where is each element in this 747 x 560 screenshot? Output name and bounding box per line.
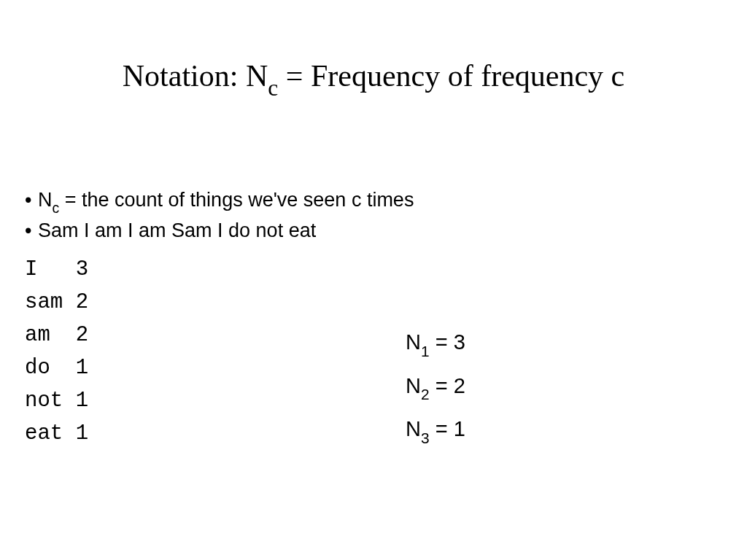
list-item: sam 2	[25, 287, 88, 319]
word: do	[25, 356, 50, 380]
count: 1	[76, 389, 88, 413]
word: not	[25, 389, 63, 413]
freq-subscript: 1	[421, 343, 430, 359]
list-item: am 2	[25, 319, 88, 352]
count: 1	[76, 356, 88, 380]
count: 3	[76, 257, 88, 281]
bullet-text: Sam I am I am Sam I do not eat	[38, 217, 316, 245]
body-bullets: • Nc = the count of things we've seen c …	[25, 186, 414, 245]
bullet1-prefix: N	[38, 189, 53, 211]
freq-subscript: 2	[421, 386, 430, 402]
word: I	[25, 257, 37, 281]
bullet-text: Nc = the count of things we've seen c ti…	[38, 186, 414, 217]
list-item: do 1	[25, 352, 88, 385]
list-item: N1 = 3	[406, 321, 465, 365]
bullet-dot-icon: •	[25, 186, 38, 214]
freq-value: = 2	[430, 374, 465, 397]
list-item: I 3	[25, 254, 88, 287]
bullet-item: • Nc = the count of things we've seen c …	[25, 186, 414, 217]
title-suffix: = Frequency of frequency c	[278, 59, 624, 93]
word: eat	[25, 421, 63, 446]
word-count-list: I 3 sam 2 am 2 do 1 not 1 eat 1	[25, 254, 88, 451]
freq-n: N	[406, 330, 421, 354]
word: am	[25, 323, 50, 347]
slide-title: Notation: Nc = Frequency of frequency c	[0, 58, 747, 98]
count: 1	[76, 421, 88, 446]
freq-subscript: 3	[421, 429, 430, 446]
freq-n: N	[406, 374, 421, 397]
bullet1-suffix: = the count of things we've seen c times	[59, 189, 414, 211]
count: 2	[76, 323, 88, 347]
freq-value: = 1	[430, 417, 465, 440]
list-item: eat 1	[25, 418, 88, 451]
bullet-dot-icon: •	[25, 217, 38, 245]
title-prefix: Notation: N	[123, 59, 268, 93]
word: sam	[25, 290, 63, 314]
bullet-item: • Sam I am I am Sam I do not eat	[25, 217, 414, 245]
title-subscript: c	[268, 75, 278, 101]
list-item: N3 = 1	[406, 408, 465, 451]
count: 2	[76, 290, 88, 314]
freq-n: N	[406, 417, 421, 440]
slide: Notation: Nc = Frequency of frequency c …	[0, 0, 747, 560]
list-item: N2 = 2	[406, 365, 465, 408]
bullet1-subscript: c	[53, 200, 60, 216]
freq-value: = 3	[430, 330, 465, 354]
list-item: not 1	[25, 385, 88, 418]
frequency-of-frequency-list: N1 = 3 N2 = 2 N3 = 1	[406, 321, 465, 451]
